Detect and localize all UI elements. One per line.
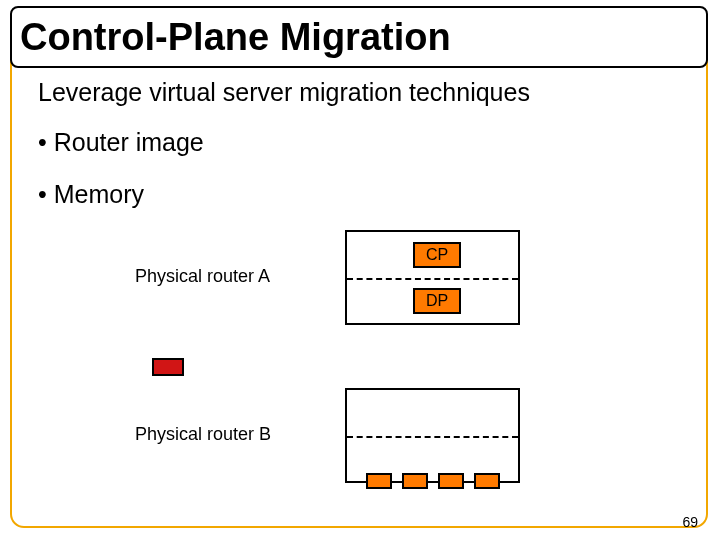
router-b-port [438,473,464,489]
page-number: 69 [682,514,698,530]
router-b-port-row [366,473,500,489]
router-a-label: Physical router A [135,266,270,287]
dp-label: DP [426,292,448,310]
cp-box: CP [413,242,461,268]
dp-box: DP [413,288,461,314]
router-b-divider [347,436,518,438]
router-b-port [474,473,500,489]
title-box: Control-Plane Migration [10,6,708,68]
bullet-router-image: • Router image [38,128,204,157]
router-b-box [345,388,520,483]
router-b-port [402,473,428,489]
subtitle-text: Leverage virtual server migration techni… [38,78,530,107]
legend-red-box [152,358,184,376]
slide-title: Control-Plane Migration [20,16,451,59]
bullet-memory: • Memory [38,180,144,209]
cp-label: CP [426,246,448,264]
router-a-box: CP DP [345,230,520,325]
router-b-port [366,473,392,489]
router-b-label: Physical router B [135,424,271,445]
router-a-divider [347,278,518,280]
